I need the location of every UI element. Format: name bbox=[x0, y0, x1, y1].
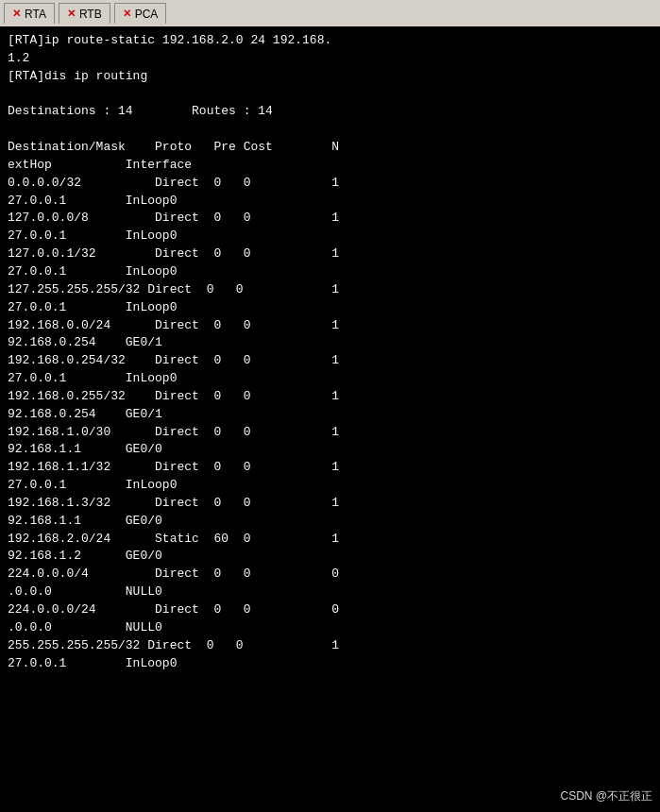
close-rta-icon[interactable]: ✕ bbox=[12, 8, 21, 20]
tab-pca[interactable]: ✕ PCA bbox=[114, 3, 167, 24]
close-pca-icon[interactable]: ✕ bbox=[123, 8, 131, 20]
tab-pca-label: PCA bbox=[135, 8, 159, 21]
terminal-output: [RTA]ip route-static 192.168.2.0 24 192.… bbox=[0, 26, 660, 812]
close-rtb-icon[interactable]: ✕ bbox=[67, 8, 76, 20]
watermark: CSDN @不正很正 bbox=[560, 788, 652, 804]
tab-rtb-label: RTB bbox=[79, 8, 102, 21]
title-bar: ✕ RTA ✕ RTB ✕ PCA bbox=[0, 0, 660, 26]
tab-rtb[interactable]: ✕ RTB bbox=[59, 3, 110, 24]
tab-rta-label: RTA bbox=[25, 8, 46, 21]
tab-rta[interactable]: ✕ RTA bbox=[4, 3, 55, 24]
